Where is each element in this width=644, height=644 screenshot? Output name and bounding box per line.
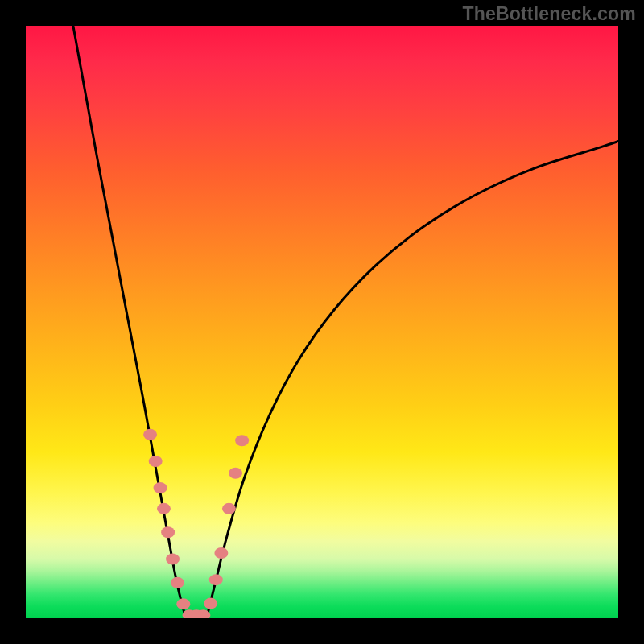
sample-dot xyxy=(235,435,249,446)
sample-dot xyxy=(214,547,228,559)
sample-dot xyxy=(166,553,180,564)
sample-dot xyxy=(149,456,163,467)
bottleneck-curve-path xyxy=(73,26,618,618)
watermark-text: TheBottleneck.com xyxy=(462,3,636,25)
sample-dot xyxy=(222,503,236,514)
sample-dot xyxy=(143,429,157,440)
sample-dot xyxy=(171,577,184,588)
sample-dot xyxy=(157,503,171,514)
curve-layer xyxy=(26,26,618,618)
sample-dot xyxy=(154,482,167,493)
sample-dot xyxy=(229,468,242,479)
sample-dot xyxy=(176,598,190,609)
bottleneck-curve xyxy=(73,26,618,618)
sample-dot xyxy=(161,526,175,538)
chart-frame: TheBottleneck.com xyxy=(0,0,644,644)
sample-dot xyxy=(209,574,223,585)
sample-dot xyxy=(204,598,217,609)
plot-area xyxy=(26,26,618,618)
sample-dots xyxy=(143,429,249,618)
